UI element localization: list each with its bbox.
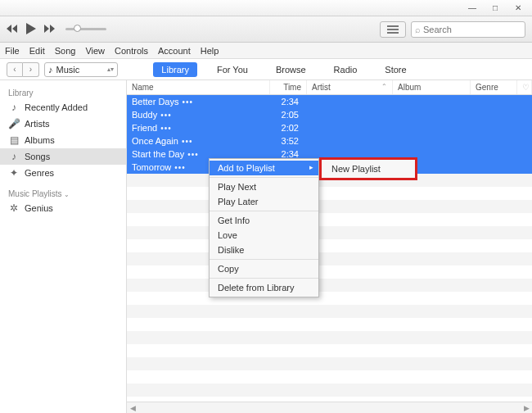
menu-separator <box>210 177 318 178</box>
search-field[interactable]: ⌕ <box>411 21 525 38</box>
chevron-down-icon: ⌄ <box>64 191 70 198</box>
sidebar-item-label: Genius <box>25 203 53 213</box>
tab-store[interactable]: Store <box>376 62 414 77</box>
play-icon[interactable] <box>26 23 36 36</box>
forward-button[interactable]: › <box>23 62 39 77</box>
next-icon[interactable] <box>44 25 56 34</box>
submenu-arrow-icon: ▸ <box>309 163 313 171</box>
col-genre[interactable]: Genre <box>471 80 517 94</box>
more-icon[interactable]: ••• <box>182 98 193 107</box>
sidebar-icon: ✲ <box>8 202 20 214</box>
sidebar: Library ♪Recently Added🎤Artists▤Albums♪S… <box>0 80 127 413</box>
menu-controls[interactable]: Controls <box>115 46 148 56</box>
col-time[interactable]: Time <box>270 80 307 94</box>
empty-row <box>127 357 532 370</box>
sidebar-item-label: Artists <box>25 119 50 129</box>
ctx-delete-from-library[interactable]: Delete from Library <box>210 280 318 295</box>
maximize-button[interactable]: □ <box>485 2 506 15</box>
track-time: 2:02 <box>270 123 307 133</box>
column-headers: Name Time Artist ⌃ Album Genre ♡ <box>127 80 532 95</box>
track-row[interactable]: Once Again•••3:52 <box>127 134 532 148</box>
empty-row <box>127 384 532 397</box>
col-name[interactable]: Name <box>127 80 270 94</box>
sidebar-item-artists[interactable]: 🎤Artists <box>0 116 126 132</box>
empty-row <box>127 200 532 213</box>
music-icon: ♪ <box>48 65 53 75</box>
more-icon[interactable]: ••• <box>160 124 172 133</box>
empty-row <box>127 252 532 266</box>
scroll-right-icon[interactable]: ▶ <box>521 404 532 412</box>
context-menu: Add to Playlist▸Play NextPlay LaterGet I… <box>209 158 319 297</box>
tab-for-you[interactable]: For You <box>209 62 256 77</box>
ctx-love[interactable]: Love <box>210 228 318 243</box>
empty-row <box>127 331 532 344</box>
menu-song[interactable]: Song <box>55 46 76 56</box>
menu-file[interactable]: File <box>5 46 20 56</box>
sort-indicator-icon: ⌃ <box>381 83 387 90</box>
playback-controls <box>7 23 56 36</box>
more-icon[interactable]: ••• <box>160 111 172 120</box>
empty-row <box>127 239 532 252</box>
search-input[interactable] <box>423 25 532 34</box>
horizontal-scrollbar[interactable]: ◀ ▶ <box>127 402 532 413</box>
scroll-left-icon[interactable]: ◀ <box>127 404 138 412</box>
minimize-button[interactable]: — <box>462 2 483 15</box>
sidebar-head-library: Library <box>0 85 126 99</box>
tab-library[interactable]: Library <box>153 62 197 77</box>
empty-row <box>127 305 532 318</box>
menu-edit[interactable]: Edit <box>29 46 45 56</box>
menubar: FileEditSongViewControlsAccountHelp <box>0 43 532 59</box>
sidebar-item-genres[interactable]: ✦Genres <box>0 165 126 181</box>
sidebar-icon: ♪ <box>8 151 20 162</box>
close-button[interactable]: ✕ <box>507 2 529 15</box>
menu-help[interactable]: Help <box>201 46 219 56</box>
search-icon: ⌕ <box>415 25 421 34</box>
media-type-select[interactable]: ♪ Music ▴▾ <box>44 62 118 77</box>
more-icon[interactable]: ••• <box>187 150 199 159</box>
sidebar-item-label: Songs <box>25 152 50 161</box>
context-submenu: New Playlist <box>319 157 417 180</box>
volume-slider[interactable] <box>65 28 106 30</box>
track-name: Better Days <box>132 97 178 107</box>
sidebar-item-albums[interactable]: ▤Albums <box>0 132 126 148</box>
empty-row <box>127 226 532 239</box>
sidebar-item-genius[interactable]: ✲Genius <box>0 200 126 216</box>
ctx-get-info[interactable]: Get Info <box>210 213 318 228</box>
sidebar-item-songs[interactable]: ♪Songs <box>0 148 126 165</box>
chevron-updown-icon: ▴▾ <box>107 66 114 73</box>
sidebar-icon: 🎤 <box>8 118 20 129</box>
col-album[interactable]: Album <box>393 80 471 94</box>
track-time: 3:52 <box>270 136 307 146</box>
track-row[interactable]: Friend•••2:02 <box>127 121 532 134</box>
more-icon[interactable]: ••• <box>182 137 193 146</box>
empty-row <box>127 318 532 331</box>
menu-account[interactable]: Account <box>158 46 191 56</box>
menu-separator <box>210 278 318 279</box>
col-love[interactable]: ♡ <box>517 80 532 94</box>
ctx-copy[interactable]: Copy <box>210 261 318 276</box>
ctx-add-to-playlist[interactable]: Add to Playlist▸ <box>210 161 318 175</box>
col-artist[interactable]: Artist ⌃ <box>307 80 393 94</box>
back-button[interactable]: ‹ <box>7 62 23 77</box>
sidebar-item-label: Albums <box>25 135 55 145</box>
track-name: Friend <box>132 123 157 133</box>
ctx-play-later[interactable]: Play Later <box>210 194 318 209</box>
track-name: Start the Day <box>132 149 184 159</box>
prev-icon[interactable] <box>7 25 18 34</box>
empty-row <box>127 292 532 305</box>
ctx-play-next[interactable]: Play Next <box>210 179 318 194</box>
tab-radio[interactable]: Radio <box>326 62 366 77</box>
ctx-dislike[interactable]: Dislike <box>210 243 318 257</box>
track-row[interactable]: Buddy•••2:05 <box>127 108 532 121</box>
tab-browse[interactable]: Browse <box>268 62 314 77</box>
more-icon[interactable]: ••• <box>174 163 186 172</box>
sidebar-head-playlists[interactable]: Music Playlists ⌄ <box>0 186 126 200</box>
track-row[interactable]: Better Days•••2:34 <box>127 95 532 108</box>
menu-separator <box>210 259 318 260</box>
submenu-new-playlist[interactable]: New Playlist <box>322 161 415 176</box>
list-view-button[interactable] <box>380 21 406 38</box>
menu-view[interactable]: View <box>85 46 105 56</box>
section-tabs: LibraryFor YouBrowseRadioStore <box>118 62 450 77</box>
sidebar-item-recently-added[interactable]: ♪Recently Added <box>0 99 126 116</box>
empty-row <box>127 344 532 357</box>
